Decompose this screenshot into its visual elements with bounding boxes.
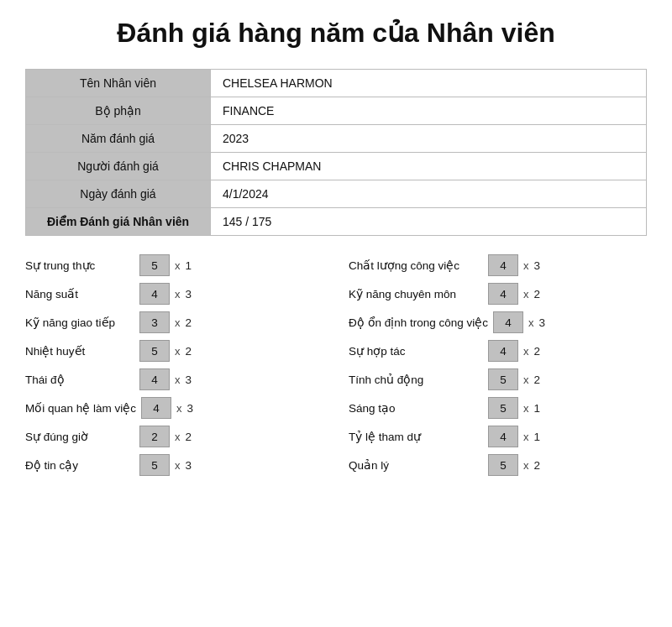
right-score-row: Sáng tạo 5 x 1 <box>349 395 647 421</box>
right-score-x-2: x <box>528 316 534 329</box>
right-score-box-7: 5 <box>488 454 518 476</box>
left-score-box-3: 5 <box>139 340 170 362</box>
right-score-mult-2: 3 <box>539 316 546 329</box>
left-score-label-0: Sự trung thực <box>25 259 134 272</box>
right-score-mult-1: 2 <box>534 288 541 300</box>
left-score-x-7: x <box>175 459 181 472</box>
left-score-mult-6: 2 <box>186 431 192 443</box>
right-score-x-3: x <box>523 345 529 358</box>
right-score-mult-5: 1 <box>534 402 541 415</box>
right-score-label-5: Sáng tạo <box>349 401 483 415</box>
scores-section: Sự trung thực 5 x 1 Năng suất 4 x 3 Kỹ n… <box>25 253 647 478</box>
left-score-box-0: 5 <box>139 254 170 276</box>
left-score-row: Năng suất 4 x 3 <box>25 281 323 306</box>
right-score-mult-0: 3 <box>534 259 541 272</box>
left-score-box-4: 4 <box>139 368 170 390</box>
left-score-label-4: Thái độ <box>25 373 134 386</box>
date-label: Ngày đánh giá <box>26 180 211 208</box>
score-value: 145 / 175 <box>211 208 647 236</box>
left-score-row: Kỹ năng giao tiếp 3 x 2 <box>25 310 323 335</box>
right-score-label-1: Kỹ năng chuyên môn <box>349 287 483 300</box>
right-score-row: Kỹ năng chuyên môn 4 x 2 <box>349 281 647 306</box>
right-score-mult-3: 2 <box>534 345 541 358</box>
left-score-mult-4: 3 <box>186 374 192 386</box>
left-score-label-3: Nhiệt huyết <box>25 344 134 358</box>
left-score-label-6: Sự đúng giờ <box>25 430 134 443</box>
right-score-x-5: x <box>523 402 529 415</box>
right-score-row: Độ ổn định trong công việc 4 x 3 <box>349 310 647 335</box>
info-table: Tên Nhân viên CHELSEA HARMON Bộ phận FIN… <box>25 69 647 236</box>
right-score-x-7: x <box>523 459 529 472</box>
left-score-x-2: x <box>175 316 181 329</box>
year-label: Năm đánh giá <box>26 125 211 153</box>
left-score-box-1: 4 <box>139 283 170 305</box>
left-score-row: Sự đúng giờ 2 x 2 <box>25 424 323 449</box>
left-score-label-7: Độ tin cậy <box>25 458 134 472</box>
department-value: FINANCE <box>211 97 647 125</box>
left-score-label-1: Năng suất <box>25 287 134 300</box>
date-value: 4/1/2024 <box>211 180 647 208</box>
left-score-x-3: x <box>175 345 181 358</box>
right-score-box-4: 5 <box>488 368 518 390</box>
department-row: Bộ phận FINANCE <box>26 97 647 125</box>
right-score-mult-6: 1 <box>534 431 541 443</box>
left-score-box-7: 5 <box>139 454 170 476</box>
year-value: 2023 <box>211 125 647 153</box>
left-score-x-1: x <box>175 288 181 300</box>
score-label: Điểm Đánh giá Nhân viên <box>26 208 211 236</box>
left-score-mult-7: 3 <box>186 459 192 472</box>
right-score-box-5: 5 <box>488 397 518 419</box>
right-score-label-6: Tỷ lệ tham dự <box>349 430 483 443</box>
score-row: Điểm Đánh giá Nhân viên 145 / 175 <box>26 208 647 236</box>
left-score-box-6: 2 <box>139 426 170 447</box>
right-score-row: Tính chủ động 5 x 2 <box>349 367 647 392</box>
left-score-x-0: x <box>175 259 181 272</box>
right-score-x-4: x <box>523 374 529 386</box>
reviewer-value: CHRIS CHAPMAN <box>211 153 647 180</box>
left-scores-col: Sự trung thực 5 x 1 Năng suất 4 x 3 Kỹ n… <box>25 253 323 478</box>
employee-name-value: CHELSEA HARMON <box>211 70 647 97</box>
right-score-box-2: 4 <box>493 311 523 333</box>
right-score-box-3: 4 <box>488 340 518 362</box>
right-score-row: Chất lượng công việc 4 x 3 <box>349 253 647 278</box>
left-score-row: Sự trung thực 5 x 1 <box>25 253 323 278</box>
right-score-label-0: Chất lượng công việc <box>349 259 483 272</box>
left-score-mult-5: 3 <box>187 402 194 415</box>
right-score-box-0: 4 <box>488 254 518 276</box>
left-score-box-2: 3 <box>139 311 170 333</box>
left-score-x-6: x <box>175 431 181 443</box>
right-score-row: Tỷ lệ tham dự 4 x 1 <box>349 424 647 449</box>
left-score-mult-0: 1 <box>186 259 192 272</box>
left-score-label-2: Kỹ năng giao tiếp <box>25 316 134 329</box>
year-row: Năm đánh giá 2023 <box>26 125 647 153</box>
left-score-x-5: x <box>176 402 182 415</box>
right-score-box-6: 4 <box>488 426 518 447</box>
employee-name-label: Tên Nhân viên <box>26 70 211 97</box>
left-score-x-4: x <box>175 374 181 386</box>
right-score-x-6: x <box>523 431 529 443</box>
right-score-mult-4: 2 <box>534 374 541 386</box>
right-score-box-1: 4 <box>488 283 518 305</box>
right-score-label-7: Quản lý <box>349 458 483 472</box>
left-score-row: Thái độ 4 x 3 <box>25 367 323 392</box>
left-score-box-5: 4 <box>141 397 171 419</box>
left-score-mult-1: 3 <box>186 288 192 300</box>
left-score-row: Mối quan hệ làm việc 4 x 3 <box>25 395 323 421</box>
page-title: Đánh giá hàng năm của Nhân viên <box>25 17 647 49</box>
right-score-label-4: Tính chủ động <box>349 373 483 386</box>
left-score-mult-2: 2 <box>186 316 192 329</box>
right-score-row: Quản lý 5 x 2 <box>349 452 647 478</box>
left-score-row: Độ tin cậy 5 x 3 <box>25 452 323 478</box>
right-score-label-2: Độ ổn định trong công việc <box>349 316 488 329</box>
left-score-label-5: Mối quan hệ làm việc <box>25 401 136 415</box>
left-score-row: Nhiệt huyết 5 x 2 <box>25 338 323 363</box>
right-score-label-3: Sự hợp tác <box>349 344 483 358</box>
left-score-mult-3: 2 <box>186 345 192 358</box>
date-row: Ngày đánh giá 4/1/2024 <box>26 180 647 208</box>
reviewer-row: Người đánh giá CHRIS CHAPMAN <box>26 153 647 180</box>
right-scores-col: Chất lượng công việc 4 x 3 Kỹ năng chuyê… <box>349 253 647 478</box>
department-label: Bộ phận <box>26 97 211 125</box>
employee-name-row: Tên Nhân viên CHELSEA HARMON <box>26 70 647 97</box>
right-score-x-1: x <box>523 288 529 300</box>
right-score-mult-7: 2 <box>534 459 541 472</box>
